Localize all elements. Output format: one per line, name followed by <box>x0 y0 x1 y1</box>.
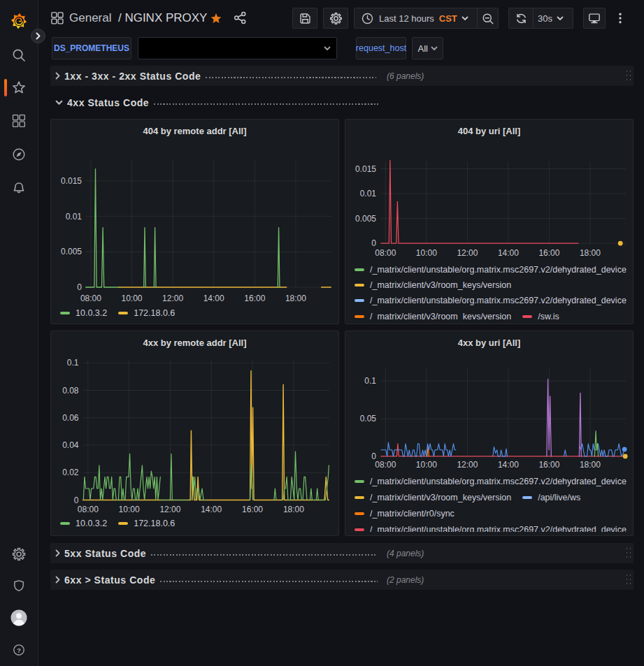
svg-text:08:00: 08:00 <box>78 505 99 514</box>
svg-text:10:00: 10:00 <box>119 505 140 514</box>
svg-text:08:00: 08:00 <box>375 460 396 470</box>
svg-text:18:00: 18:00 <box>580 460 601 470</box>
svg-text:10:00: 10:00 <box>121 294 142 303</box>
svg-text:0: 0 <box>77 282 82 292</box>
svg-text:0.06: 0.06 <box>62 413 79 423</box>
svg-text:0.015: 0.015 <box>61 176 82 186</box>
svg-text:12:00: 12:00 <box>162 294 183 303</box>
svg-text:?: ? <box>17 646 21 654</box>
svg-text:12:00: 12:00 <box>457 460 478 470</box>
svg-text:0.01: 0.01 <box>66 212 83 222</box>
svg-text:0.015: 0.015 <box>355 164 376 174</box>
svg-text:16:00: 16:00 <box>244 294 265 303</box>
svg-text:0.04: 0.04 <box>62 440 79 450</box>
svg-text:0.01: 0.01 <box>360 189 377 198</box>
svg-text:08:00: 08:00 <box>80 294 101 303</box>
svg-text:14:00: 14:00 <box>201 505 222 514</box>
svg-text:14:00: 14:00 <box>498 460 519 470</box>
svg-text:10:00: 10:00 <box>416 460 437 470</box>
svg-text:0: 0 <box>74 495 79 505</box>
svg-text:14:00: 14:00 <box>498 248 519 258</box>
svg-text:12:00: 12:00 <box>457 248 478 258</box>
svg-text:08:00: 08:00 <box>375 248 396 258</box>
svg-text:16:00: 16:00 <box>538 248 559 258</box>
svg-text:18:00: 18:00 <box>580 248 601 258</box>
svg-text:10:00: 10:00 <box>416 248 437 258</box>
svg-text:16:00: 16:00 <box>242 505 263 514</box>
svg-text:0.1: 0.1 <box>67 358 79 368</box>
svg-text:18:00: 18:00 <box>285 294 306 303</box>
svg-text:0.005: 0.005 <box>61 247 82 256</box>
svg-text:0.05: 0.05 <box>360 414 377 424</box>
svg-text:0.1: 0.1 <box>364 376 376 386</box>
svg-text:18:00: 18:00 <box>283 505 304 514</box>
svg-text:14:00: 14:00 <box>203 294 224 303</box>
svg-text:0: 0 <box>371 238 376 248</box>
svg-text:16:00: 16:00 <box>538 460 559 470</box>
svg-text:0.005: 0.005 <box>355 214 376 224</box>
svg-text:12:00: 12:00 <box>159 505 180 514</box>
svg-text:0.02: 0.02 <box>62 468 79 477</box>
svg-text:0.08: 0.08 <box>62 386 79 396</box>
